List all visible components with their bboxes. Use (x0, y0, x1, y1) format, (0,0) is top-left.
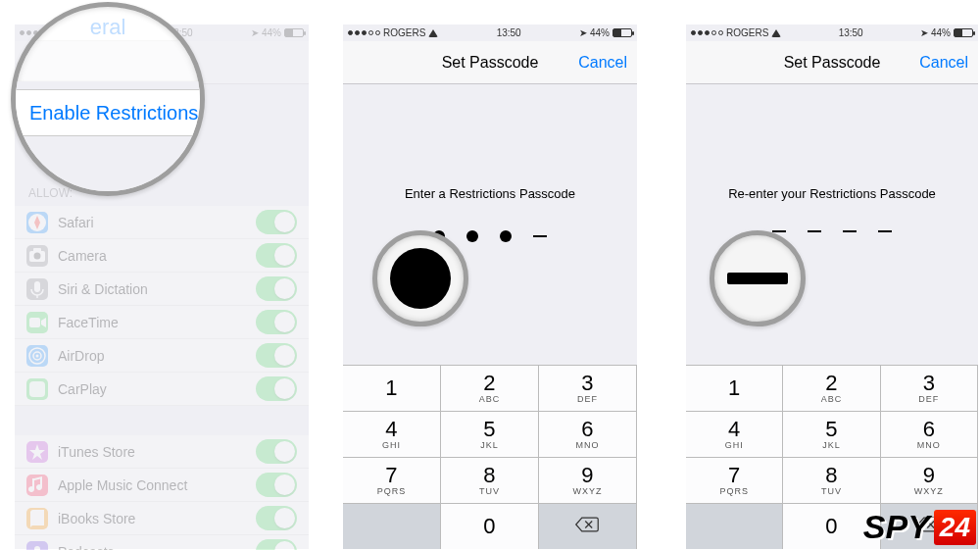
settings-row-label: Camera (58, 248, 246, 264)
watermark-logo: SPY 24 (863, 508, 976, 546)
key-number: 2 (483, 373, 495, 394)
cancel-button[interactable]: Cancel (578, 54, 627, 72)
toggle-switch[interactable] (256, 343, 297, 368)
camera-icon (26, 245, 48, 267)
key-number: 6 (581, 419, 593, 440)
nav-title: Set Passcode (784, 54, 881, 72)
toggle-switch[interactable] (256, 243, 297, 268)
compass-icon (26, 212, 48, 233)
key-letters: PQRS (377, 486, 407, 496)
phone-enter-passcode-screen: ROGERS 13:50 ➤ 44% Set Passcode Cancel E… (343, 25, 637, 549)
location-icon: ➤ (251, 27, 259, 38)
wifi-icon (771, 29, 781, 37)
settings-row-label: iBooks Store (58, 511, 246, 526)
key-letters: JKL (822, 440, 841, 450)
key-number: 6 (923, 419, 935, 440)
passcode-prompt: Re-enter your Restrictions Passcode (686, 186, 978, 201)
settings-row: Apple Music Connect (15, 469, 309, 502)
keypad-key-3[interactable]: 3DEF (539, 365, 637, 411)
backspace-icon (574, 516, 600, 537)
key-number: 2 (825, 373, 837, 394)
keypad-key-5[interactable]: 5JKL (783, 411, 880, 457)
toggle-switch[interactable] (256, 473, 297, 497)
keypad-key-2[interactable]: 2ABC (783, 365, 880, 411)
key-number: 3 (923, 373, 935, 394)
watermark-suffix: 24 (934, 510, 976, 545)
mic-icon (26, 278, 48, 300)
battery-pct: 44% (262, 27, 281, 38)
key-number: 7 (728, 465, 740, 486)
keypad-key-0[interactable]: 0 (441, 503, 539, 549)
settings-row: Podcasts (15, 535, 309, 550)
enable-restrictions-label: Enable Restrictions (29, 102, 198, 125)
keypad-key-9[interactable]: 9WXYZ (881, 457, 978, 503)
keypad-key-4[interactable]: 4GHI (686, 411, 783, 457)
toggle-switch[interactable] (256, 439, 297, 464)
keypad-key-1[interactable]: 1 (343, 365, 441, 411)
status-time: 13:50 (839, 27, 863, 38)
keypad-key-8[interactable]: 8TUV (441, 457, 539, 503)
keypad-key-5[interactable]: 5JKL (441, 411, 539, 457)
toggle-switch[interactable] (256, 539, 297, 550)
keypad-key-6[interactable]: 6MNO (881, 411, 978, 457)
battery-pct: 44% (931, 27, 951, 38)
keypad-blank (343, 503, 441, 549)
svg-rect-11 (29, 318, 40, 327)
keypad-key-3[interactable]: 3DEF (881, 365, 978, 411)
keypad-key-8[interactable]: 8TUV (783, 457, 880, 503)
key-number: 0 (483, 516, 495, 537)
settings-row: FaceTime (15, 306, 309, 339)
note-icon (26, 475, 48, 496)
cancel-button[interactable]: Cancel (919, 54, 968, 72)
key-number: 9 (581, 465, 593, 486)
key-letters: MNO (575, 440, 599, 450)
magnifier-lens: eral Enable Restrictions (11, 2, 205, 196)
toggle-switch[interactable] (256, 506, 297, 530)
status-bar: ROGERS 13:50 ➤ 44% (686, 25, 978, 41)
battery-pct: 44% (590, 27, 610, 38)
settings-row-label: iTunes Store (58, 444, 246, 460)
keypad-blank (686, 503, 783, 549)
keypad-key-1[interactable]: 1 (686, 365, 783, 411)
keypad-key-7[interactable]: 7PQRS (686, 457, 783, 503)
settings-row: iBooks Store (15, 502, 309, 535)
settings-row-label: Safari (58, 215, 246, 230)
toggle-switch[interactable] (256, 310, 297, 334)
keypad-key-2[interactable]: 2ABC (441, 365, 539, 411)
toggle-switch[interactable] (256, 376, 297, 401)
settings-row: Camera (15, 239, 309, 273)
keypad-key-9[interactable]: 9WXYZ (539, 457, 637, 503)
passcode-dot-empty (808, 230, 821, 232)
settings-row: iTunes Store (15, 435, 309, 469)
passcode-dot-filled (466, 230, 478, 242)
toggle-switch[interactable] (256, 276, 297, 301)
key-letters: JKL (480, 440, 499, 450)
key-letters: DEF (577, 394, 598, 404)
battery-icon (284, 28, 304, 37)
settings-row-label: AirDrop (58, 348, 246, 364)
keypad-key-4[interactable]: 4GHI (343, 411, 441, 457)
nav-bar: Set Passcode Cancel (686, 41, 978, 84)
backspace-key[interactable] (539, 503, 637, 549)
key-letters: GHI (725, 440, 744, 450)
settings-row: Safari (15, 206, 309, 239)
enable-restrictions-row[interactable]: Enable Restrictions (16, 89, 200, 136)
key-number: 5 (825, 419, 837, 440)
numeric-keypad: 12ABC3DEF4GHI5JKL6MNO7PQRS8TUV9WXYZ0 (343, 365, 637, 549)
keypad-key-7[interactable]: 7PQRS (343, 457, 441, 503)
magnifier-lens-dot (372, 230, 468, 326)
svg-rect-6 (33, 248, 41, 252)
key-number: 1 (728, 377, 740, 399)
wifi-icon (428, 29, 438, 37)
star-icon (26, 441, 48, 463)
battery-icon (612, 28, 632, 37)
key-number: 0 (825, 516, 837, 537)
keypad-key-6[interactable]: 6MNO (539, 411, 637, 457)
settings-row-label: CarPlay (58, 381, 246, 397)
key-number: 5 (483, 419, 495, 440)
svg-rect-8 (34, 281, 40, 292)
toggle-switch[interactable] (256, 210, 297, 234)
key-letters: GHI (382, 440, 401, 450)
passcode-dot-empty (843, 230, 857, 232)
carrier-label: ROGERS (726, 27, 768, 38)
